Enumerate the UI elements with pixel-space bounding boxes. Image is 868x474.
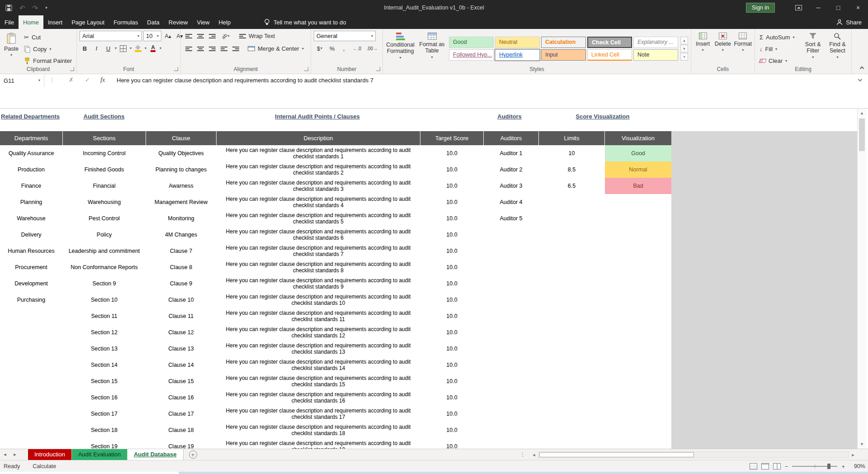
underline-dropdown[interactable]: ▾ [115, 47, 117, 50]
find-select-button[interactable]: Find & Select ▾ [826, 31, 849, 63]
limit-cell[interactable]: 8.5 [539, 161, 604, 178]
target-score-cell[interactable]: 10.0 [420, 308, 483, 324]
fill-color-dropdown[interactable]: ▾ [145, 47, 146, 50]
limit-cell[interactable] [539, 324, 604, 341]
zoom-slider-thumb[interactable] [827, 464, 830, 469]
auditor-cell[interactable] [484, 422, 538, 438]
auditor-cell[interactable]: Auditor 1 [484, 145, 538, 161]
target-score-cell[interactable]: 10.0 [420, 438, 483, 449]
section-cell[interactable]: Section 19 [63, 438, 146, 449]
italic-button[interactable]: I [91, 43, 102, 53]
limit-cell[interactable]: 6.5 [539, 178, 604, 194]
save-button[interactable] [5, 5, 12, 11]
cell-style-input[interactable]: Input [541, 49, 586, 61]
target-score-cell[interactable]: 10.0 [420, 324, 483, 341]
limit-cell[interactable] [539, 373, 604, 389]
description-cell[interactable]: Here you can register clause description… [217, 194, 420, 210]
ribbon-tab-review[interactable]: Review [164, 15, 193, 29]
section-link-auditors[interactable]: Auditors [497, 113, 521, 120]
new-sheet-button[interactable]: + [189, 450, 197, 459]
clause-cell[interactable]: Quality Objectives [146, 145, 216, 161]
top-align-button[interactable] [184, 31, 194, 41]
number-dialog-launcher[interactable] [376, 67, 380, 71]
section-cell[interactable]: Incoming Control [63, 145, 146, 161]
description-cell[interactable]: Here you can register clause description… [217, 227, 420, 243]
cell-style-check-cell[interactable]: Check Cell [587, 37, 632, 48]
auditor-cell[interactable] [484, 243, 538, 259]
description-cell[interactable]: Here you can register clause description… [217, 341, 420, 357]
clause-cell[interactable]: Clause 7 [146, 243, 216, 259]
clipboard-dialog-launcher[interactable] [70, 67, 74, 71]
column-header-departments[interactable]: Departments [0, 131, 62, 145]
sort-filter-button[interactable]: Sort & Filter ▾ [802, 31, 824, 63]
zoom-level[interactable]: 90% [849, 463, 865, 469]
target-score-cell[interactable]: 10.0 [420, 243, 483, 259]
conditional-formatting-button[interactable]: Conditional Formatting ▾ [386, 31, 415, 63]
limit-cell[interactable] [539, 438, 604, 449]
zoom-slider[interactable] [792, 466, 837, 467]
visualization-cell[interactable] [605, 292, 671, 308]
clause-cell[interactable]: Clause 14 [146, 357, 216, 373]
auditor-cell[interactable] [484, 357, 538, 373]
department-cell[interactable] [0, 324, 62, 341]
department-cell[interactable]: Warehouse [0, 210, 62, 227]
section-cell[interactable]: Finished Goods [63, 161, 146, 178]
visualization-cell[interactable] [605, 422, 671, 438]
increase-font-size-button[interactable]: A▴ [163, 31, 173, 41]
cut-button[interactable]: ✂Cut [22, 32, 74, 43]
sign-in-button[interactable]: Sign in [746, 3, 775, 13]
center-button[interactable] [195, 44, 206, 54]
section-cell[interactable]: Section 18 [63, 422, 146, 438]
description-cell[interactable]: Here you can register clause description… [217, 243, 420, 259]
bold-button[interactable]: B [80, 43, 90, 53]
close-button[interactable]: × [848, 0, 868, 15]
description-cell[interactable]: Here you can register clause description… [217, 357, 420, 373]
percent-style-button[interactable]: % [327, 43, 337, 53]
clause-cell[interactable]: Clause 8 [146, 259, 216, 275]
target-score-cell[interactable]: 10.0 [420, 210, 483, 227]
visualization-cell[interactable] [605, 406, 671, 422]
clause-cell[interactable]: Awarness [146, 178, 216, 194]
section-link-score-visualization[interactable]: Score Visualization [576, 113, 630, 120]
clause-cell[interactable]: Clause 10 [146, 292, 216, 308]
tell-me-box[interactable]: Tell me what you want to do [264, 15, 346, 29]
cell-style-linked-cell[interactable]: Linked Cell [587, 49, 632, 61]
auditor-cell[interactable]: Auditor 3 [484, 178, 538, 194]
section-cell[interactable]: Section 12 [63, 324, 146, 341]
department-cell[interactable] [0, 357, 62, 373]
target-score-cell[interactable]: 10.0 [420, 145, 483, 161]
tab-scroll-splitter[interactable]: ⋮ [520, 449, 525, 460]
ribbon-tab-file[interactable]: File [0, 15, 19, 29]
description-cell[interactable]: Here you can register clause description… [217, 373, 420, 389]
formula-bar-splitter[interactable]: ⋮ [49, 76, 55, 83]
limit-cell[interactable] [539, 243, 604, 259]
cell-style-note[interactable]: Note [633, 49, 678, 61]
font-name-select[interactable]: Arial▾ [80, 31, 142, 41]
section-cell[interactable]: Leadership and commitment [63, 243, 146, 259]
maximize-button[interactable]: □ [828, 0, 848, 15]
department-cell[interactable] [0, 341, 62, 357]
collapse-ribbon-button[interactable] [860, 66, 864, 71]
copy-button[interactable]: Copy▾ [22, 44, 74, 54]
description-cell[interactable]: Here you can register clause description… [217, 308, 420, 324]
clause-cell[interactable]: Clause 11 [146, 308, 216, 324]
section-link-related-departments[interactable]: Related Departments [1, 113, 60, 120]
fill-button[interactable]: ↓Fill▾ [758, 44, 800, 54]
target-score-cell[interactable]: 10.0 [420, 275, 483, 292]
department-cell[interactable] [0, 389, 62, 406]
autosum-button[interactable]: ΣAutoSum▾ [758, 32, 800, 43]
limit-cell[interactable] [539, 422, 604, 438]
department-cell[interactable]: Delivery [0, 227, 62, 243]
auditor-cell[interactable] [484, 406, 538, 422]
description-cell[interactable]: Here you can register clause description… [217, 259, 420, 275]
target-score-cell[interactable]: 10.0 [420, 178, 483, 194]
auditor-cell[interactable] [484, 341, 538, 357]
limit-cell[interactable] [539, 341, 604, 357]
scroll-down-button[interactable]: ▼ [858, 442, 866, 446]
limit-cell[interactable] [539, 194, 604, 210]
limit-cell[interactable]: 10 [539, 145, 604, 161]
section-cell[interactable]: Warehousing [63, 194, 146, 210]
ribbon-tab-formulas[interactable]: Formulas [109, 15, 142, 29]
clause-cell[interactable]: Clause 13 [146, 341, 216, 357]
ribbon-tab-insert[interactable]: Insert [43, 15, 67, 29]
